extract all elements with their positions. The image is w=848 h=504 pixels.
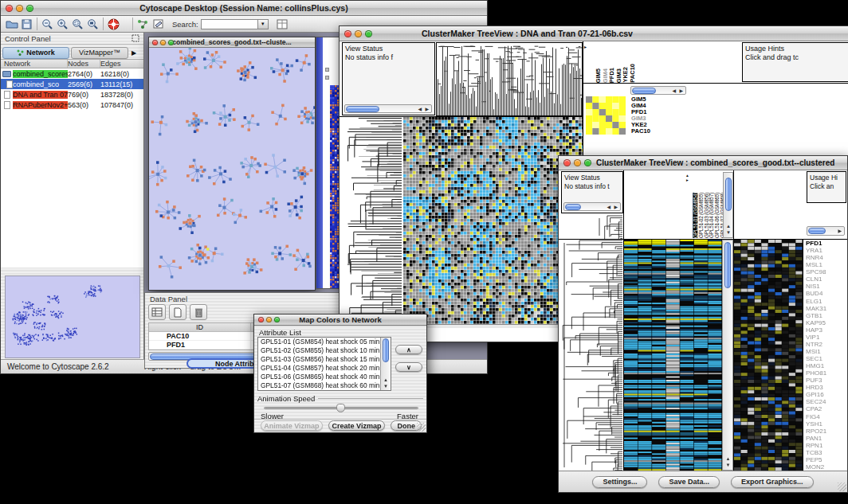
annotation-tool-icon[interactable] <box>151 18 166 31</box>
zoom-fit-icon[interactable] <box>85 18 100 31</box>
treeview2-genes-hscrollbar[interactable]: ▶ <box>807 226 845 236</box>
network-table-row[interactable]: DNA and Tran 07 769(0) 183728(0) <box>1 89 143 100</box>
attribute-list-item[interactable]: GPL51-07 (GSM868) heat shock 60 min <box>258 381 379 390</box>
zoom-button[interactable] <box>274 317 280 322</box>
gene-label[interactable]: KAP95 <box>806 319 846 326</box>
network-graph-canvas[interactable] <box>149 48 315 290</box>
gene-label[interactable]: YSH1 <box>806 420 846 428</box>
zoom-out-icon[interactable] <box>40 18 55 31</box>
table-config-icon[interactable] <box>275 18 290 31</box>
treeview2-heatmap[interactable] <box>624 240 722 471</box>
minimize-button[interactable] <box>574 159 581 166</box>
move-down-button[interactable]: ∨ <box>395 362 422 372</box>
search-input[interactable] <box>201 19 258 29</box>
new-attribute-icon[interactable] <box>169 304 186 320</box>
gene-label[interactable]: RNR4 <box>806 254 846 261</box>
treeview1-column-dendrogram[interactable] <box>436 42 583 116</box>
col-nodes[interactable]: Nodes <box>68 60 100 68</box>
tab-vizmapper[interactable]: VizMapper™ <box>71 47 128 59</box>
col-network[interactable]: Network <box>1 60 68 68</box>
gene-label[interactable]: SEC1 <box>806 355 846 362</box>
minimize-button[interactable] <box>355 30 362 37</box>
dialog-button[interactable]: Create Vizmap <box>328 420 386 431</box>
main-titlebar[interactable]: Cytoscape Desktop (Session Name: collins… <box>1 1 487 16</box>
treeview2-main-vscrollbar[interactable]: ▲ ▼ <box>722 240 733 471</box>
tab-overflow-icon[interactable]: ▶ <box>132 49 136 57</box>
gene-label[interactable]: PHO81 <box>806 369 846 377</box>
gene-label[interactable]: YRA1 <box>806 247 846 254</box>
attribute-list-item[interactable]: GPL51-03 (GSM856) heat shock 15 min <box>258 355 379 364</box>
network-table-row[interactable]: combined_sco 2569(6) 13112(15) <box>1 79 143 89</box>
treeview2-labels-vscrollbar[interactable]: ▲ ▼ <box>723 172 733 238</box>
zoom-button[interactable] <box>365 30 372 37</box>
gene-label[interactable]: HAP3 <box>806 326 846 334</box>
treeview2-button[interactable]: Settings... <box>592 476 647 488</box>
gene-label[interactable]: SEC24 <box>806 398 846 405</box>
help-lifesaver-icon[interactable] <box>106 18 121 31</box>
gene-label[interactable]: TCB3 <box>806 449 846 456</box>
attribute-list-item[interactable]: GPL51-06 (GSM865) heat shock 40 min <box>258 373 379 381</box>
attribute-list-item[interactable]: GPL51-01 (GSM854) heat shock 05 min <box>258 338 379 346</box>
tab-network[interactable]: Network <box>2 47 69 59</box>
column-label[interactable]: GIM3 <box>615 68 622 83</box>
data-col-id[interactable]: ID <box>149 323 251 331</box>
slider-thumb[interactable] <box>336 404 345 412</box>
column-label[interactable]: GIM4 <box>602 68 608 83</box>
pane-arrow-icon[interactable]: ▴▸ <box>686 173 689 182</box>
gene-label[interactable]: NIS1 <box>806 283 846 290</box>
gene-label[interactable]: VIP1 <box>806 334 846 341</box>
gene-label[interactable]: PFD1 <box>806 240 846 247</box>
gene-label[interactable]: MSI1 <box>806 348 846 355</box>
float-panel-icon[interactable] <box>132 31 139 45</box>
treeview2-secondary-heatmap[interactable] <box>734 240 803 471</box>
gene-label[interactable]: PAN1 <box>806 435 846 442</box>
network-overview-thumbnail[interactable] <box>5 275 140 358</box>
move-up-button[interactable]: ∧ <box>395 345 422 354</box>
close-button[interactable] <box>344 30 351 37</box>
network-view-titlebar[interactable]: combined_scores_good.txt--cluste... <box>149 37 315 48</box>
minimize-button[interactable] <box>160 40 166 45</box>
zoom-in-icon[interactable] <box>55 18 70 31</box>
save-session-icon[interactable] <box>19 18 34 31</box>
gene-label[interactable]: RPO21 <box>806 428 846 435</box>
treeview1-row-dendrogram[interactable] <box>343 117 402 324</box>
gene-label[interactable]: GTB1 <box>806 312 846 319</box>
treeview1-summary-hscrollbar[interactable]: ◀▶ <box>630 86 686 95</box>
select-attributes-icon[interactable] <box>148 304 166 320</box>
treeview2-button[interactable]: Export Graphics... <box>731 476 814 488</box>
column-label[interactable]: GPL51-06 (GSM865) <box>714 193 719 238</box>
minimize-button[interactable] <box>16 5 23 12</box>
zoom-button[interactable] <box>168 40 174 45</box>
gene-label[interactable]: CPA2 <box>806 405 846 412</box>
column-label[interactable]: GPL51-01 (GSM854) <box>693 193 697 238</box>
gene-label[interactable]: FIG4 <box>806 413 846 420</box>
column-label[interactable]: GPL51-02 (GSM855) <box>698 193 703 238</box>
treeview1-titlebar[interactable]: ClusterMaker TreeView : DNA and Tran 07-… <box>340 26 848 41</box>
gene-label[interactable]: MSL1 <box>806 261 846 268</box>
view-status-hscrollbar[interactable]: ◀▶ <box>344 104 432 113</box>
column-label[interactable]: GPL51-03 (GSM856) <box>704 193 709 238</box>
treeview1-heatmap[interactable] <box>403 117 583 324</box>
row-label[interactable]: PAC10 <box>631 128 650 135</box>
treeview2-row-dendrogram[interactable] <box>562 240 622 471</box>
attribute-list-item[interactable]: GPL51-02 (GSM855) heat shock 10 min <box>258 346 379 355</box>
window-controls[interactable] <box>6 5 33 12</box>
gene-label[interactable]: PUF3 <box>806 377 846 384</box>
gene-label[interactable]: BUD4 <box>806 290 846 297</box>
network-tool-icon[interactable] <box>135 18 151 31</box>
gene-label[interactable]: CLN1 <box>806 275 846 283</box>
gene-label[interactable]: HRD3 <box>806 384 846 391</box>
column-label[interactable]: YKE2 <box>622 67 628 83</box>
gene-label[interactable]: ELG1 <box>806 298 846 305</box>
column-label[interactable]: PAC10 <box>629 64 635 83</box>
attribute-list-vscrollbar[interactable]: ▲ ▼ <box>380 338 391 390</box>
dialog-button[interactable]: Animate Vizmap <box>261 420 323 431</box>
zoom-button[interactable] <box>584 159 591 166</box>
zoom-selected-icon[interactable] <box>70 18 85 31</box>
dialog-titlebar[interactable]: Map Colors to Network <box>254 315 426 326</box>
zoom-button[interactable] <box>26 5 33 12</box>
close-button[interactable] <box>258 317 264 322</box>
column-label[interactable]: GPL51-04 (GSM857) <box>709 193 713 238</box>
resize-grip[interactable] <box>838 483 846 491</box>
open-session-icon[interactable] <box>4 18 19 31</box>
